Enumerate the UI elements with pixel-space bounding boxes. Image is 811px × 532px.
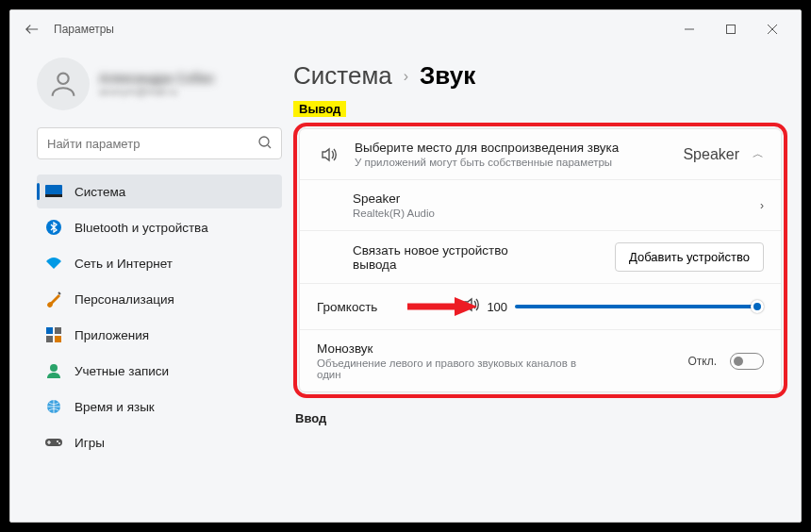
svg-point-1 bbox=[58, 74, 68, 84]
apps-icon bbox=[44, 325, 63, 344]
titlebar: Параметры bbox=[10, 10, 801, 48]
sidebar-item-personalization[interactable]: Персонализация bbox=[37, 282, 282, 316]
svg-point-2 bbox=[259, 137, 269, 146]
sidebar-item-label: Игры bbox=[74, 436, 105, 450]
section-input-header: Ввод bbox=[295, 411, 787, 425]
back-button[interactable] bbox=[18, 15, 46, 43]
sidebar-item-apps[interactable]: Приложения bbox=[37, 318, 282, 352]
svg-rect-9 bbox=[55, 336, 61, 342]
output-device-picker[interactable]: Выберите место для воспроизведения звука… bbox=[300, 129, 781, 179]
close-button[interactable] bbox=[752, 15, 793, 43]
search-icon bbox=[257, 135, 273, 154]
slider-thumb[interactable] bbox=[751, 300, 764, 313]
profile-name: Александра Собко bbox=[99, 71, 214, 86]
wifi-icon bbox=[44, 254, 63, 273]
sidebar-item-time[interactable]: Время и язык bbox=[37, 390, 282, 424]
main-panel: Система › Звук Вывод Выберите место для … bbox=[293, 48, 801, 522]
person-icon bbox=[44, 361, 63, 380]
output-picker-title: Выберите место для воспроизведения звука bbox=[355, 141, 619, 155]
breadcrumb-parent[interactable]: Система bbox=[293, 61, 392, 91]
volume-slider[interactable] bbox=[515, 305, 760, 308]
volume-label: Громкость bbox=[317, 300, 377, 314]
output-picker-sub: У приложений могут быть собственные пара… bbox=[355, 157, 619, 168]
output-panel: Выберите место для воспроизведения звука… bbox=[299, 128, 782, 392]
output-device-item[interactable]: Speaker Realtek(R) Audio › bbox=[300, 179, 781, 230]
chevron-up-icon: ︿ bbox=[753, 146, 764, 162]
profile-block[interactable]: Александра Собко anonym@mail.ru bbox=[37, 58, 282, 110]
bluetooth-icon bbox=[44, 218, 63, 237]
svg-point-10 bbox=[50, 364, 58, 372]
sidebar-item-label: Время и язык bbox=[74, 400, 155, 414]
svg-point-14 bbox=[58, 442, 60, 444]
nav-list: Система Bluetooth и устройства Сеть и Ин… bbox=[37, 175, 282, 459]
sidebar-item-accounts[interactable]: Учетные записи bbox=[37, 354, 282, 388]
gamepad-icon bbox=[44, 433, 63, 452]
window-title: Параметры bbox=[54, 23, 114, 36]
svg-rect-8 bbox=[46, 336, 53, 342]
device-driver: Realtek(R) Audio bbox=[353, 208, 435, 219]
sidebar-item-label: Система bbox=[74, 185, 125, 199]
sidebar-item-games[interactable]: Игры bbox=[37, 425, 282, 459]
svg-rect-4 bbox=[45, 194, 62, 197]
sidebar-item-network[interactable]: Сеть и Интернет bbox=[37, 246, 282, 280]
sidebar-item-label: Персонализация bbox=[74, 292, 174, 307]
sidebar-item-label: Учетные записи bbox=[74, 364, 169, 378]
annotation-arrow bbox=[406, 295, 477, 318]
pair-new-device-row: Связать новое устройство вывода Добавить… bbox=[300, 230, 781, 283]
chevron-right-icon: › bbox=[404, 68, 408, 85]
mono-sub: Объединение левого и правого звуковых ка… bbox=[317, 357, 600, 380]
mono-title: Монозвук bbox=[317, 341, 600, 356]
breadcrumb: Система › Звук bbox=[293, 61, 787, 91]
device-name: Speaker bbox=[353, 191, 435, 206]
profile-email: anonym@mail.ru bbox=[99, 86, 214, 97]
svg-rect-7 bbox=[55, 327, 61, 334]
sidebar-item-label: Сеть и Интернет bbox=[74, 257, 173, 271]
sidebar-item-bluetooth[interactable]: Bluetooth и устройства bbox=[37, 210, 282, 244]
pair-title: Связать новое устройство вывода bbox=[353, 243, 541, 272]
svg-rect-6 bbox=[46, 327, 53, 334]
maximize-button[interactable] bbox=[710, 15, 752, 43]
volume-value: 100 bbox=[487, 300, 507, 314]
section-output-header: Вывод bbox=[293, 101, 346, 117]
sidebar-item-label: Приложения bbox=[74, 328, 149, 342]
monitor-icon bbox=[44, 182, 63, 201]
output-selected-device: Speaker bbox=[683, 146, 739, 163]
svg-rect-0 bbox=[727, 25, 736, 34]
clock-globe-icon bbox=[44, 397, 63, 416]
sidebar: Александра Собко anonym@mail.ru Система … bbox=[10, 48, 293, 522]
settings-window: Параметры Александра Собко anonym@mail.r… bbox=[9, 9, 802, 523]
search-input[interactable] bbox=[37, 127, 282, 159]
chevron-right-icon: › bbox=[760, 199, 764, 212]
add-device-button[interactable]: Добавить устройство bbox=[615, 242, 764, 272]
search-box bbox=[37, 127, 282, 159]
brush-icon bbox=[44, 290, 63, 308]
speaker-icon bbox=[317, 145, 341, 164]
volume-row: Громкость 100 bbox=[300, 283, 781, 329]
avatar bbox=[37, 58, 90, 110]
highlight-frame: Выберите место для воспроизведения звука… bbox=[293, 123, 787, 398]
svg-marker-16 bbox=[455, 297, 477, 316]
mono-toggle[interactable] bbox=[730, 353, 764, 370]
sidebar-item-system[interactable]: Система bbox=[37, 175, 282, 208]
page-title: Звук bbox=[420, 61, 475, 91]
minimize-button[interactable] bbox=[669, 15, 710, 43]
sidebar-item-label: Bluetooth и устройства bbox=[74, 221, 208, 235]
mono-audio-row: Монозвук Объединение левого и правого зв… bbox=[300, 329, 781, 391]
mono-state-label: Откл. bbox=[687, 355, 717, 368]
svg-point-13 bbox=[57, 441, 58, 442]
